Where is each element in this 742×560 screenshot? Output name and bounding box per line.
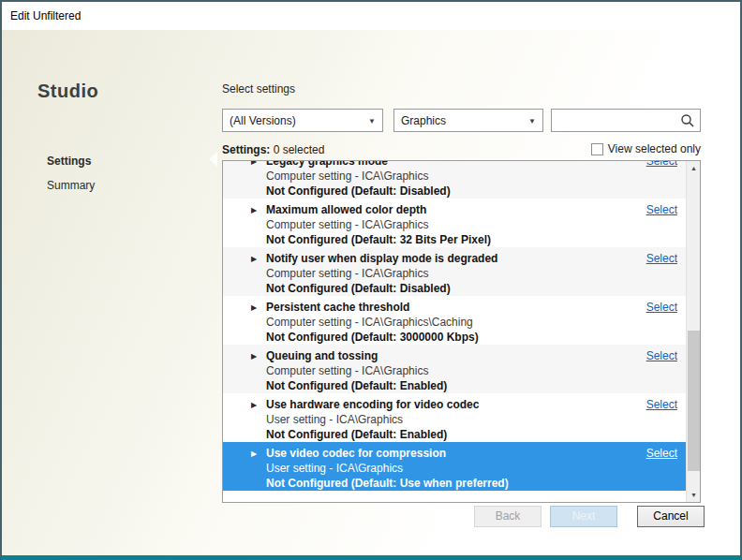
- expand-arrow-icon[interactable]: ▶: [251, 206, 257, 214]
- expand-arrow-icon[interactable]: ▶: [251, 255, 257, 263]
- settings-row[interactable]: ▶ Use hardware encoding for video codec …: [223, 393, 686, 442]
- view-selected-only[interactable]: View selected only: [591, 142, 701, 155]
- select-link[interactable]: Select: [646, 160, 677, 168]
- setting-title: Legacy graphics mode: [266, 160, 631, 169]
- select-link[interactable]: Select: [646, 349, 677, 362]
- expand-arrow-icon[interactable]: ▶: [251, 449, 257, 458]
- settings-count-value: 0 selected: [274, 143, 325, 156]
- setting-scope: Computer setting - ICA\Graphics: [266, 363, 631, 378]
- setting-title: Notify user when display mode is degrade…: [266, 252, 631, 266]
- select-link[interactable]: Select: [646, 203, 677, 216]
- window-title: Edit Unfiltered: [10, 9, 81, 22]
- settings-row[interactable]: ▶ Notify user when display mode is degra…: [223, 247, 686, 296]
- setting-title: Use hardware encoding for video codec: [266, 398, 631, 412]
- dialog-body: Studio Settings Summary Select settings …: [2, 30, 740, 555]
- settings-list: ▶ Legacy graphics mode Computer setting …: [222, 160, 701, 503]
- select-link[interactable]: Select: [646, 398, 677, 411]
- setting-value: Not Configured (Default: Disabled): [266, 184, 631, 199]
- category-dropdown[interactable]: Graphics ▼: [393, 109, 543, 132]
- settings-rows: ▶ Legacy graphics mode Computer setting …: [223, 160, 686, 502]
- scrollbar[interactable]: ▲ ▼: [686, 161, 700, 502]
- scrollbar-thumb[interactable]: [688, 331, 700, 471]
- setting-scope: User setting - ICA\Graphics: [266, 461, 631, 476]
- category-dropdown-value: Graphics: [401, 114, 446, 127]
- cancel-button[interactable]: Cancel: [637, 506, 705, 527]
- scrollbar-down-icon[interactable]: ▼: [687, 488, 701, 502]
- setting-title: Queuing and tossing: [266, 349, 631, 363]
- settings-count: Settings: 0 selected: [222, 143, 324, 156]
- edit-unfiltered-window: Edit Unfiltered Studio Settings Summary …: [0, 0, 742, 560]
- settings-row-selected[interactable]: ▶ Use video codec for compression User s…: [223, 442, 686, 491]
- setting-scope: User setting - ICA\Graphics: [266, 412, 631, 427]
- search-icon[interactable]: [680, 113, 695, 128]
- expand-arrow-icon[interactable]: ▶: [251, 401, 257, 409]
- settings-row[interactable]: ▶ Legacy graphics mode Computer setting …: [223, 160, 686, 199]
- version-dropdown-value: (All Versions): [230, 114, 296, 127]
- select-link[interactable]: Select: [646, 301, 677, 314]
- settings-count-label: Settings:: [222, 143, 270, 156]
- settings-row[interactable]: ▶ Persistent cache threshold Computer se…: [223, 296, 686, 345]
- setting-scope: Computer setting - ICA\Graphics\Caching: [266, 315, 631, 330]
- view-selected-only-label: View selected only: [608, 142, 701, 155]
- next-button[interactable]: Next: [550, 506, 617, 527]
- setting-value: Not Configured (Default: 32 Bits Per Pix…: [266, 232, 631, 247]
- setting-title: Use video codec for compression: [266, 447, 631, 461]
- active-step-notch: [209, 152, 217, 167]
- chevron-down-icon: ▼: [368, 117, 376, 125]
- sidebar-item-summary[interactable]: Summary: [47, 179, 95, 192]
- back-button[interactable]: Back: [474, 506, 542, 527]
- setting-value: Not Configured (Default: 3000000 Kbps): [266, 330, 631, 345]
- setting-scope: Computer setting - ICA\Graphics: [266, 217, 631, 232]
- title-bar: Edit Unfiltered: [2, 2, 740, 30]
- select-link[interactable]: Select: [646, 252, 677, 265]
- search-box: [551, 109, 701, 132]
- setting-title: Maximum allowed color depth: [266, 203, 631, 217]
- settings-row[interactable]: ▶ Maximum allowed color depth Computer s…: [223, 199, 686, 247]
- view-selected-only-checkbox[interactable]: [591, 143, 603, 155]
- expand-arrow-icon[interactable]: ▶: [251, 303, 257, 312]
- setting-value: Not Configured (Default: Enabled): [266, 378, 631, 393]
- search-input[interactable]: [556, 111, 677, 129]
- select-link[interactable]: Select: [646, 447, 677, 460]
- studio-brand: Studio: [37, 81, 98, 102]
- setting-value: Not Configured (Default: Disabled): [266, 281, 631, 296]
- scrollbar-up-icon[interactable]: ▲: [687, 161, 701, 175]
- settings-row[interactable]: ▶ Queuing and tossing Computer setting -…: [223, 345, 686, 393]
- chevron-down-icon: ▼: [528, 117, 536, 125]
- setting-value: Not Configured (Default: Enabled): [266, 427, 631, 442]
- setting-scope: Computer setting - ICA\Graphics: [266, 266, 631, 281]
- expand-arrow-icon[interactable]: ▶: [251, 352, 257, 361]
- setting-scope: Computer setting - ICA\Graphics: [266, 169, 631, 184]
- expand-arrow-icon[interactable]: ▶: [251, 160, 257, 166]
- version-dropdown[interactable]: (All Versions) ▼: [222, 109, 383, 132]
- setting-value: Not Configured (Default: Use when prefer…: [266, 476, 631, 491]
- setting-title: Persistent cache threshold: [266, 301, 631, 315]
- sidebar-item-settings[interactable]: Settings: [47, 155, 91, 168]
- select-settings-label: Select settings: [222, 82, 295, 96]
